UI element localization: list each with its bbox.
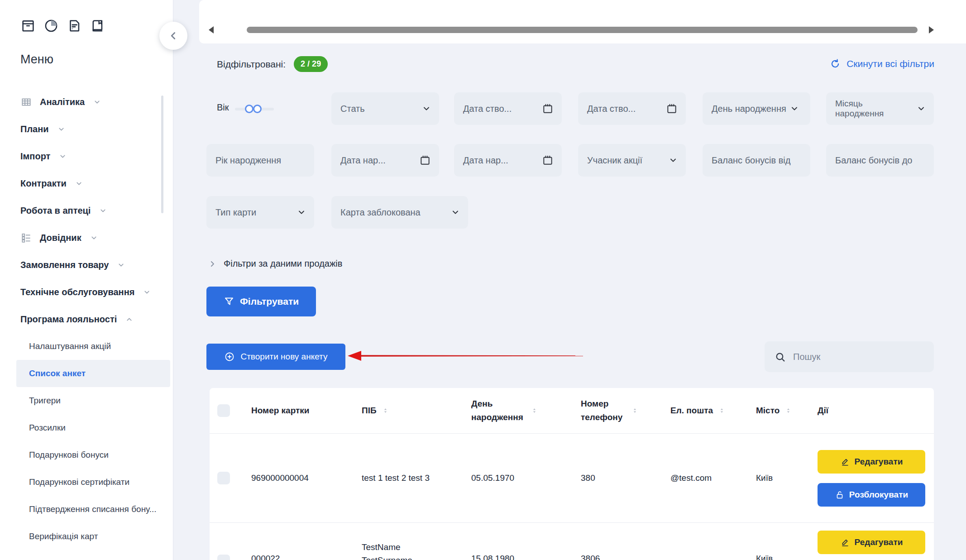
- chevron-down-icon: [422, 104, 431, 113]
- slider-handle-min[interactable]: [245, 105, 253, 113]
- pie-chart-icon[interactable]: [43, 18, 59, 34]
- select-all-checkbox[interactable]: [217, 404, 230, 417]
- reset-all-filters-link[interactable]: Скинути всі фільтри: [829, 58, 934, 70]
- search-box[interactable]: [765, 341, 934, 372]
- filter-gender-select[interactable]: Стать: [331, 92, 439, 125]
- sidebar-scrollbar[interactable]: [161, 96, 163, 213]
- unblock-button[interactable]: Розблокувати: [818, 483, 925, 507]
- calendar-icon: [419, 154, 431, 166]
- filter-birth-year-input[interactable]: Рік народження: [206, 144, 314, 177]
- filter-birth-to-date[interactable]: Дата нар...: [454, 144, 562, 177]
- subitem-label: Тригери: [29, 396, 61, 406]
- sort-icon[interactable]: [785, 406, 792, 416]
- sidebar-collapse-button[interactable]: [159, 22, 187, 50]
- sidebar-item-directory[interactable]: Довідник: [0, 224, 173, 251]
- sidebar-item-loyalty-program[interactable]: Програма лояльності: [0, 306, 173, 333]
- calendar-icon: [666, 103, 678, 115]
- sidebar-item-contracts[interactable]: Контракти: [0, 170, 173, 197]
- subitem-label: Налаштування акцій: [29, 341, 111, 351]
- chevron-down-icon: [790, 104, 799, 113]
- filter-card-blocked-select[interactable]: Карта заблокована: [331, 196, 468, 229]
- sidebar-item-import[interactable]: Імпорт: [0, 143, 173, 170]
- sort-icon[interactable]: [531, 406, 538, 416]
- sidebar-subitem-triggers[interactable]: Тригери: [0, 387, 173, 414]
- search-input[interactable]: [792, 351, 924, 363]
- cell-card-number: 000022: [251, 523, 362, 560]
- edit-button[interactable]: Редагувати: [818, 531, 925, 554]
- chevron-down-icon: [57, 125, 65, 133]
- subitem-label: Список анкет: [29, 369, 86, 378]
- sales-filters-expander[interactable]: Фільтри за даними продажів: [208, 258, 342, 269]
- archive-icon[interactable]: [20, 18, 36, 34]
- slider-handle-max[interactable]: [253, 105, 262, 113]
- note-icon[interactable]: [67, 18, 82, 34]
- cell-email: @test.com: [670, 473, 756, 483]
- filter-birth-month-select[interactable]: Місяць народження: [826, 92, 934, 125]
- sidebar-item-label: Робота в аптеці: [20, 206, 91, 216]
- book-icon[interactable]: [90, 18, 105, 34]
- sidebar-subitem-bonus-writeoff-confirm[interactable]: Підтвердження списання бону...: [0, 496, 173, 523]
- filter-apply-button[interactable]: Фільтрувати: [206, 287, 316, 316]
- table-header-row: Номер картки ПІБ День народження Номер т…: [210, 388, 934, 434]
- sort-icon[interactable]: [382, 406, 389, 416]
- sort-icon[interactable]: [718, 406, 725, 416]
- age-filter-label: Вік: [217, 102, 229, 113]
- sidebar-item-pharmacy-work[interactable]: Робота в аптеці: [0, 197, 173, 224]
- table-row: 969000000004 test 1 test 2 test 3 05.05.…: [210, 434, 934, 523]
- sidebar-item-maintenance[interactable]: Технічне обслуговування: [0, 278, 173, 306]
- chevron-down-icon: [297, 208, 306, 217]
- filter-label: Дата нар...: [340, 155, 386, 166]
- filter-created-to-date[interactable]: Дата ство...: [578, 92, 686, 125]
- row-checkbox[interactable]: [217, 555, 230, 560]
- filter-promo-member-select[interactable]: Учасник акції: [578, 144, 686, 177]
- sidebar-item-analytics[interactable]: Аналітика: [0, 88, 173, 115]
- sort-icon[interactable]: [631, 406, 638, 416]
- row-checkbox[interactable]: [217, 472, 230, 484]
- sidebar-subitem-gift-certificates[interactable]: Подарункові сертифікати: [0, 469, 173, 496]
- sidebar-item-label: Імпорт: [20, 151, 50, 162]
- filter-apply-label: Фільтрувати: [240, 296, 299, 307]
- create-questionnaire-label: Створити нову анкету: [240, 352, 327, 362]
- search-icon: [775, 351, 786, 363]
- calendar-icon: [542, 154, 554, 166]
- cell-phone: 3806: [581, 523, 670, 560]
- cell-birthday: 15.08.1980: [471, 523, 581, 560]
- col-header-name: ПІБ: [362, 404, 377, 417]
- sidebar-item-label: Аналітика: [40, 97, 85, 107]
- filter-card-type-select[interactable]: Тип карти: [206, 196, 314, 229]
- filter-bonus-from-input[interactable]: Баланс бонусів від: [703, 144, 810, 177]
- filter-created-from-date[interactable]: Дата ство...: [454, 92, 562, 125]
- sidebar-subitem-promo-settings[interactable]: Налаштування акцій: [0, 333, 173, 360]
- col-header-phone: Номер телефону: [581, 397, 626, 425]
- subitem-label: Подарункові бонуси: [29, 450, 109, 460]
- app-screen: Меню Аналітика Плани Імпорт Контракти Ро…: [0, 0, 966, 560]
- filter-label: Дата ство...: [463, 104, 512, 114]
- filtered-summary: Відфільтровані: 2 / 29: [217, 56, 328, 72]
- create-questionnaire-button[interactable]: Створити нову анкету: [206, 344, 345, 370]
- cell-card-number: 969000000004: [251, 473, 362, 483]
- scroll-right-arrow-icon[interactable]: [929, 26, 934, 34]
- cell-phone: 380: [581, 473, 670, 483]
- age-range-slider[interactable]: [235, 107, 274, 111]
- sidebar-item-goods-order[interactable]: Замовлення товару: [0, 251, 173, 278]
- scroll-left-arrow-icon[interactable]: [209, 26, 214, 34]
- sidebar-subitem-mailings[interactable]: Розсилки: [0, 414, 173, 441]
- sidebar-subitem-questionnaire-list[interactable]: Список анкет: [16, 360, 170, 387]
- sidebar-subitem-card-verification[interactable]: Верифікація карт: [0, 523, 173, 550]
- filter-birth-from-date[interactable]: Дата нар...: [331, 144, 439, 177]
- filtered-label: Відфільтровані:: [217, 59, 286, 70]
- cell-city: Київ: [756, 523, 818, 560]
- horizontal-scrollbar[interactable]: [209, 26, 934, 34]
- filter-birth-day-select[interactable]: День народження: [703, 92, 810, 125]
- chevron-up-icon: [125, 316, 133, 323]
- filter-bonus-to-input[interactable]: Баланс бонусів до: [826, 144, 934, 177]
- questionnaire-table: Номер картки ПІБ День народження Номер т…: [210, 388, 934, 560]
- unlock-icon: [835, 490, 845, 500]
- edit-button[interactable]: Редагувати: [818, 450, 925, 474]
- list-icon: [20, 232, 32, 244]
- scrollbar-thumb[interactable]: [247, 27, 918, 33]
- sidebar-item-plans[interactable]: Плани: [0, 115, 173, 143]
- filter-label: Баланс бонусів від: [712, 155, 790, 166]
- filter-label: Дата ство...: [587, 104, 636, 114]
- sidebar-subitem-gift-bonuses[interactable]: Подарункові бонуси: [0, 441, 173, 469]
